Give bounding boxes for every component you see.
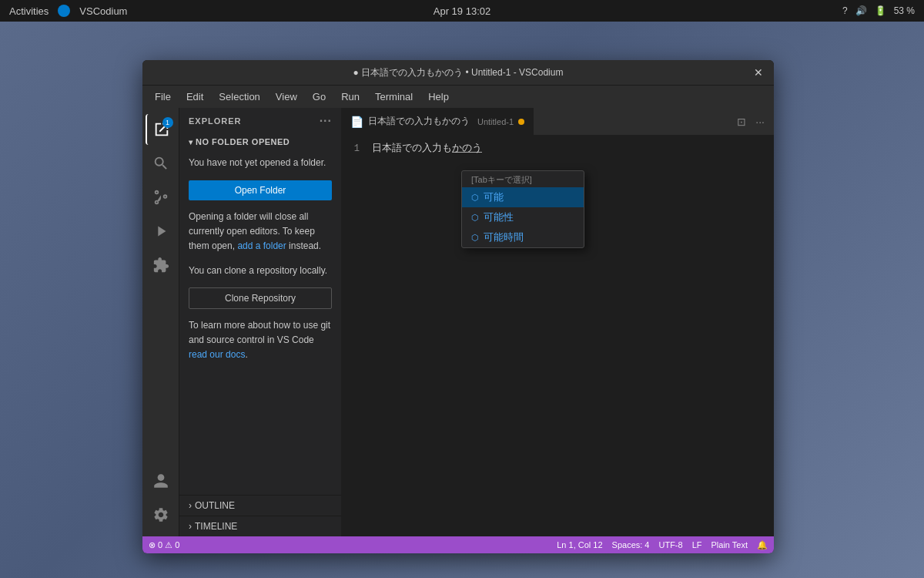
main-content: 1 [142, 108, 774, 536]
warning-icon: ⚠ [165, 540, 172, 550]
read-docs-link[interactable]: read our docs [189, 349, 245, 360]
editor-area: 📄 日本語での入力もかのう Untitled-1 ⊡ ··· 1 日本語での入力… [341, 108, 774, 536]
tab-file-icon: 📄 [350, 116, 363, 128]
split-editor-icon[interactable]: ⊡ [734, 113, 749, 131]
menu-run[interactable]: Run [335, 88, 366, 106]
status-bar-right: Ln 1, Col 12 Spaces: 4 UTF-8 LF Plain Te… [557, 540, 768, 550]
activity-source-control[interactable] [146, 182, 176, 213]
activity-bar: 1 [142, 108, 179, 536]
menu-selection[interactable]: Selection [213, 88, 266, 106]
menu-file[interactable]: File [149, 88, 177, 106]
clone-text: You can clone a repository locally. [179, 259, 341, 283]
activities-label[interactable]: Activities [9, 5, 49, 17]
status-errors[interactable]: ⊗ 0 ⚠ 0 [149, 540, 179, 550]
app-name-label: VSCodium [79, 5, 127, 17]
battery-icon: 🔋 [875, 5, 886, 16]
info-text-1: Opening a folder will close all currentl… [179, 205, 341, 259]
tab-unsaved-indicator [518, 119, 524, 125]
title-bar-controls: ✕ [752, 66, 765, 79]
battery-percent: 53 % [894, 5, 915, 16]
menu-help[interactable]: Help [422, 88, 455, 106]
system-bar-right: ? 🔊 🔋 53 % [842, 5, 915, 16]
title-bar: ● 日本語での入力もかのう • Untitled-1 - VSCodium ✕ [142, 60, 774, 85]
tab-filename: 日本語での入力もかのう [368, 115, 470, 128]
autocomplete-item-2[interactable]: ⬡ 可能時間 [462, 227, 584, 247]
system-datetime: Apr 19 13:02 [434, 5, 490, 17]
status-language[interactable]: Plain Text [711, 540, 748, 549]
autocomplete-item-text-0: 可能 [484, 190, 504, 204]
autocomplete-header: [Tabキーで選択] [462, 171, 584, 187]
activity-search[interactable] [146, 148, 176, 179]
timeline-chevron-icon: › [189, 521, 192, 532]
open-folder-button[interactable]: Open Folder [189, 180, 332, 200]
info-text-2-content: To learn more about how to use git and s… [189, 320, 330, 345]
status-line-ending[interactable]: LF [692, 540, 702, 549]
info-text-2: To learn more about how to use git and s… [179, 314, 341, 368]
menu-bar: File Edit Selection View Go Run Terminal… [142, 85, 774, 108]
section-title-label: NO FOLDER OPENED [196, 137, 290, 146]
timeline-section[interactable]: › TIMELINE [179, 516, 341, 536]
status-bar: ⊗ 0 ⚠ 0 Ln 1, Col 12 Spaces: 4 UTF-8 LF … [142, 536, 774, 553]
add-folder-link[interactable]: add a folder [237, 240, 286, 251]
no-folder-message: You have not yet opened a folder. [179, 150, 341, 176]
timeline-label: TIMELINE [195, 521, 237, 532]
tab-subtitle: Untitled-1 [477, 117, 514, 126]
activity-explorer[interactable]: 1 [146, 114, 176, 145]
line-number-1: 1 [341, 143, 372, 154]
sidebar-bottom: › OUTLINE › TIMELINE [179, 495, 341, 536]
autocomplete-item-icon-0: ⬡ [471, 193, 479, 203]
activity-settings[interactable] [146, 499, 176, 530]
status-bar-left: ⊗ 0 ⚠ 0 [149, 540, 179, 550]
outline-label: OUTLINE [195, 500, 235, 511]
status-encoding[interactable]: UTF-8 [658, 540, 682, 549]
menu-edit[interactable]: Edit [180, 88, 209, 106]
explorer-title: EXPLORER [189, 116, 242, 126]
section-chevron-icon: ▾ [189, 138, 192, 146]
autocomplete-item-1[interactable]: ⬡ 可能性 [462, 207, 584, 227]
tab-bar: 📄 日本語での入力もかのう Untitled-1 ⊡ ··· [341, 108, 774, 135]
help-icon: ? [842, 5, 848, 16]
clone-repository-button[interactable]: Clone Repository [189, 287, 332, 309]
warning-count: 0 [175, 540, 179, 549]
status-spaces[interactable]: Spaces: 4 [612, 540, 650, 549]
menu-terminal[interactable]: Terminal [369, 88, 419, 106]
autocomplete-item-text-2: 可能時間 [484, 230, 524, 244]
desktop: ● 日本語での入力もかのう • Untitled-1 - VSCodium ✕ … [0, 22, 924, 578]
editor-content[interactable]: 1 日本語での入力もかのう [Tabキーで選択] ⬡ 可能 ⬡ 可能性 [341, 135, 774, 536]
error-count: 0 [158, 540, 162, 549]
vscodium-dot-icon [58, 5, 70, 17]
more-actions-icon[interactable]: ··· [752, 113, 768, 131]
autocomplete-item-text-1: 可能性 [484, 210, 514, 224]
autocomplete-item-icon-1: ⬡ [471, 213, 479, 223]
tab-bar-actions: ⊡ ··· [728, 113, 774, 131]
editor-line-1: 1 日本語での入力もかのう [341, 141, 774, 156]
volume-icon: 🔊 [855, 5, 867, 16]
line-content-1: 日本語での入力もかのう [372, 141, 482, 155]
outline-chevron-icon: › [189, 500, 192, 511]
system-bar: Activities VSCodium Apr 19 13:02 ? 🔊 🔋 5… [0, 0, 924, 22]
outline-section[interactable]: › OUTLINE [179, 495, 341, 516]
system-bar-left: Activities VSCodium [9, 5, 127, 17]
autocomplete-item-icon-2: ⬡ [471, 233, 479, 243]
activity-run-debug[interactable] [146, 216, 176, 247]
info-text-1-end: instead. [286, 240, 321, 251]
menu-view[interactable]: View [270, 88, 303, 106]
autocomplete-item-0[interactable]: ⬡ 可能 [462, 187, 584, 207]
vscode-window: ● 日本語での入力もかのう • Untitled-1 - VSCodium ✕ … [142, 60, 774, 553]
no-folder-section[interactable]: ▾ NO FOLDER OPENED [179, 134, 341, 150]
activity-extensions[interactable] [146, 250, 176, 281]
sidebar: EXPLORER ··· ▾ NO FOLDER OPENED You have… [179, 108, 341, 536]
editor-tab[interactable]: 📄 日本語での入力もかのう Untitled-1 [341, 108, 534, 135]
sidebar-header: EXPLORER ··· [179, 108, 341, 134]
activity-account[interactable] [146, 465, 176, 496]
explorer-badge: 1 [162, 117, 173, 128]
menu-go[interactable]: Go [306, 88, 332, 106]
status-position[interactable]: Ln 1, Col 12 [557, 540, 602, 549]
error-icon: ⊗ [149, 540, 156, 550]
sidebar-more-button[interactable]: ··· [320, 114, 332, 128]
window-title: ● 日本語での入力もかのう • Untitled-1 - VSCodium [353, 66, 564, 79]
autocomplete-dropdown: [Tabキーで選択] ⬡ 可能 ⬡ 可能性 ⬡ 可能時間 [461, 170, 584, 248]
activity-bottom-group [146, 465, 176, 530]
window-close-button[interactable]: ✕ [752, 66, 765, 79]
status-notifications-icon[interactable]: 🔔 [757, 540, 768, 550]
